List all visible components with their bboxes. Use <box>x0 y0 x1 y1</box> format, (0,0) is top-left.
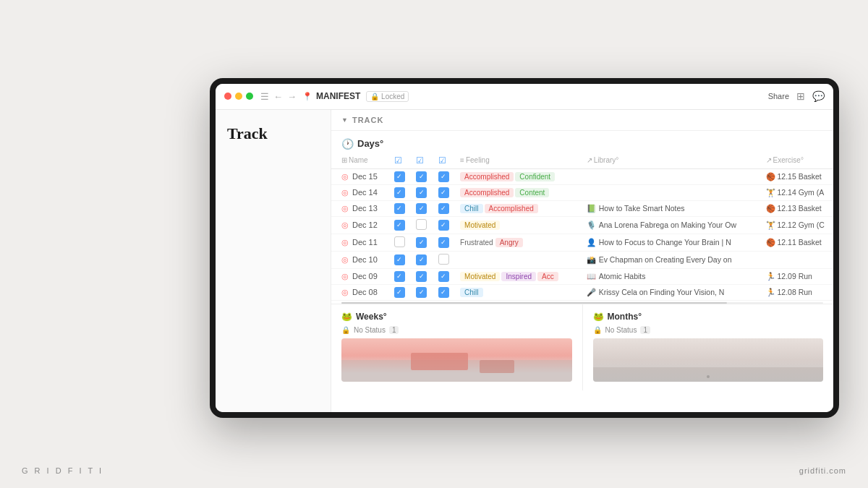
exercise-cell[interactable]: 🏋️ 12.14 Gym (A <box>760 184 833 200</box>
check-filled-icon[interactable]: ✓ <box>438 187 449 198</box>
library-cell[interactable]: 👤How to Focus to Change Your Brain | N <box>581 234 760 251</box>
exercise-text: 🏋️ 12.14 Gym (A <box>766 188 827 197</box>
exercise-cell[interactable]: 🏋️ 12.12 Gym (C <box>760 216 833 234</box>
date-cell[interactable]: ◎Dec 09 <box>331 268 388 284</box>
checkbox-1[interactable]: ✓ <box>388 184 410 200</box>
months-section: 🐸 Months° 🔒 No Status 1 <box>583 304 834 390</box>
checkbox-2[interactable]: ✓ <box>410 251 432 268</box>
library-emoji-icon: 📗 <box>587 204 596 213</box>
check-filled-icon[interactable]: ✓ <box>416 287 427 298</box>
feeling-tag: Chill <box>460 288 482 297</box>
checkbox-3[interactable] <box>433 251 454 268</box>
menu-icon[interactable]: ☰ <box>260 91 269 102</box>
col-header-name: ⊞Name <box>331 153 388 169</box>
check-filled-icon[interactable]: ✓ <box>416 203 427 214</box>
weeks-title: 🐸 Weeks° <box>341 312 572 322</box>
library-text: Krissy Cela on Finding Your Vision, N <box>599 288 725 296</box>
table-header-row: ⊞Name ☑ ☑ ☑ ≡Feeling ↗Library° <box>331 153 833 169</box>
share-button[interactable]: Share <box>768 92 789 100</box>
table-row: ◎Dec 08✓✓✓Chill🎤Krissy Cela on Finding Y… <box>331 284 833 300</box>
check-filled-icon[interactable]: ✓ <box>438 171 449 182</box>
check-filled-icon[interactable]: ✓ <box>438 271 449 282</box>
traffic-light-red[interactable] <box>224 93 231 100</box>
library-cell[interactable]: 📗How to Take Smart Notes <box>581 200 760 216</box>
checkbox-2[interactable]: ✓ <box>410 168 432 184</box>
date-cell[interactable]: ◎Dec 08 <box>331 284 388 300</box>
check-filled-icon[interactable]: ✓ <box>394 287 405 298</box>
check-filled-icon[interactable]: ✓ <box>394 203 405 214</box>
traffic-light-green[interactable] <box>246 93 253 100</box>
checkbox-3[interactable]: ✓ <box>433 216 454 234</box>
feeling-tag: Accomplished <box>460 172 514 181</box>
check-filled-icon[interactable]: ✓ <box>438 237 449 248</box>
check-filled-icon[interactable]: ✓ <box>394 271 405 282</box>
library-cell[interactable]: 🎙️Ana Lorena Fabrega on Making Your Ow <box>581 216 760 234</box>
sidebar-title: Track <box>227 124 319 143</box>
checkbox-2[interactable]: ✓ <box>410 234 432 251</box>
library-cell[interactable]: 📸Ev Chapman on Creating Every Day on <box>581 251 760 268</box>
library-cell[interactable]: 📖Atomic Habits <box>581 268 760 284</box>
feeling-tag: Acc <box>537 272 558 281</box>
library-cell[interactable] <box>581 184 760 200</box>
checkbox-3[interactable]: ✓ <box>433 200 454 216</box>
chat-icon[interactable]: 💬 <box>812 90 825 102</box>
check-filled-icon[interactable]: ✓ <box>394 187 405 198</box>
checkbox-3[interactable]: ✓ <box>433 234 454 251</box>
date-cell[interactable]: ◎Dec 14 <box>331 184 388 200</box>
checkbox-1[interactable] <box>388 234 410 251</box>
check-filled-icon[interactable]: ✓ <box>416 271 427 282</box>
check-filled-icon[interactable]: ✓ <box>394 254 405 265</box>
exercise-cell[interactable]: 🏀 12.15 Basket <box>760 168 833 184</box>
feeling-tag: Frustrated <box>460 239 493 247</box>
col-header-c1: ☑ <box>388 153 410 169</box>
grid-icon[interactable]: ⊞ <box>796 90 805 102</box>
checkbox-2[interactable]: ✓ <box>410 284 432 300</box>
exercise-cell[interactable]: 🏃 12.09 Run <box>760 268 833 284</box>
check-empty-icon[interactable] <box>416 219 427 230</box>
checkbox-2[interactable]: ✓ <box>410 184 432 200</box>
check-filled-icon[interactable]: ✓ <box>416 254 427 265</box>
check-filled-icon[interactable]: ✓ <box>394 171 405 182</box>
checkbox-1[interactable]: ✓ <box>388 284 410 300</box>
checkbox-1[interactable]: ✓ <box>388 268 410 284</box>
checkbox-1[interactable]: ✓ <box>388 200 410 216</box>
checkbox-2[interactable] <box>410 216 432 234</box>
feeling-tag: Content <box>515 188 549 197</box>
track-label: TRACK <box>352 116 384 124</box>
forward-icon[interactable]: → <box>287 91 297 102</box>
date-cell[interactable]: ◎Dec 12 <box>331 216 388 234</box>
checkbox-1[interactable]: ✓ <box>388 251 410 268</box>
check-filled-icon[interactable]: ✓ <box>416 237 427 248</box>
exercise-cell[interactable]: 🏀 12.13 Basket <box>760 200 833 216</box>
exercise-cell[interactable]: 🏀 12.11 Basket <box>760 234 833 251</box>
checkbox-1[interactable]: ✓ <box>388 168 410 184</box>
check-filled-icon[interactable]: ✓ <box>394 220 405 231</box>
back-icon[interactable]: ← <box>273 91 283 102</box>
checkbox-2[interactable]: ✓ <box>410 200 432 216</box>
library-cell[interactable] <box>581 168 760 184</box>
date-cell[interactable]: ◎Dec 11 <box>331 234 388 251</box>
check-empty-icon[interactable] <box>394 236 405 247</box>
check-filled-icon[interactable]: ✓ <box>438 203 449 214</box>
date-cell[interactable]: ◎Dec 13 <box>331 200 388 216</box>
checkbox-1[interactable]: ✓ <box>388 216 410 234</box>
checkbox-3[interactable]: ✓ <box>433 284 454 300</box>
traffic-light-yellow[interactable] <box>235 93 242 100</box>
checkbox-3[interactable]: ✓ <box>433 268 454 284</box>
checkbox-3[interactable]: ✓ <box>433 184 454 200</box>
check-empty-icon[interactable] <box>438 254 449 265</box>
exercise-cell[interactable] <box>760 251 833 268</box>
check-filled-icon[interactable]: ✓ <box>438 220 449 231</box>
checkbox-2[interactable]: ✓ <box>410 268 432 284</box>
library-text: Ana Lorena Fabrega on Making Your Ow <box>599 221 736 229</box>
check-filled-icon[interactable]: ✓ <box>416 171 427 182</box>
checkbox-3[interactable]: ✓ <box>433 168 454 184</box>
date-cell[interactable]: ◎Dec 15 <box>331 168 388 184</box>
tablet-frame: ☰ ← → 📍 MANIFEST 🔒 Locked Share ⊞ 💬 <box>210 78 839 418</box>
library-cell[interactable]: 🎤Krissy Cela on Finding Your Vision, N <box>581 284 760 300</box>
date-text: Dec 12 <box>352 221 378 229</box>
exercise-cell[interactable]: 🏃 12.08 Run <box>760 284 833 300</box>
check-filled-icon[interactable]: ✓ <box>416 187 427 198</box>
date-cell[interactable]: ◎Dec 10 <box>331 251 388 268</box>
check-filled-icon[interactable]: ✓ <box>438 287 449 298</box>
